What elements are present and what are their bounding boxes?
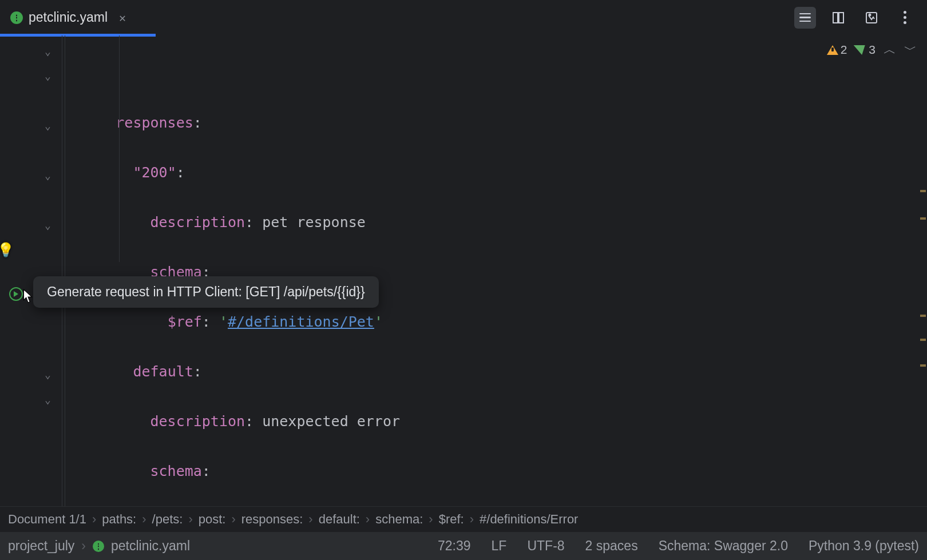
openapi-file-icon: ⋮ — [10, 11, 23, 24]
more-actions-icon[interactable] — [894, 7, 916, 29]
fold-icon[interactable]: ⌄ — [45, 113, 51, 138]
mouse-pointer-icon — [23, 289, 33, 304]
code-editor[interactable]: ⌄ ⌄ ⌄ ⌄ ⌄ 💡 ⌄ ⌄ ⌄ responses: "200": — [0, 35, 927, 506]
sb-interpreter[interactable]: Python 3.9 (pytest) — [809, 538, 919, 554]
intention-bulb-icon[interactable]: 💡 — [0, 238, 14, 263]
breadcrumb-bar[interactable]: Document 1/1› paths:› /pets:› post:› res… — [0, 506, 927, 531]
sb-project[interactable]: project_july — [8, 538, 74, 554]
fold-icon[interactable]: ⌄ — [45, 163, 51, 188]
warning-icon — [827, 45, 838, 55]
svg-rect-2 — [866, 13, 877, 23]
fold-icon[interactable]: ⌄ — [45, 387, 51, 412]
sb-schema[interactable]: Schema: Swagger 2.0 — [659, 538, 788, 554]
crumb[interactable]: Document 1/1 — [8, 512, 86, 527]
sb-indent[interactable]: 2 spaces — [585, 538, 638, 554]
crumb[interactable]: responses: — [241, 512, 303, 527]
warning-count[interactable]: 2 — [827, 43, 847, 57]
sb-caret-position[interactable]: 72:39 — [438, 538, 471, 554]
svg-rect-1 — [839, 13, 843, 23]
crumb[interactable]: #/definitions/Error — [480, 512, 578, 527]
error-stripe[interactable] — [920, 35, 927, 506]
crumb[interactable]: default: — [319, 512, 360, 527]
code-content[interactable]: responses: "200": description: pet respo… — [62, 35, 927, 506]
typo-count[interactable]: 3 — [855, 43, 876, 57]
tab-title: petclinic.yaml — [29, 10, 108, 25]
fold-icon[interactable]: ⌄ — [45, 39, 51, 64]
close-tab-icon[interactable]: ✕ — [119, 11, 126, 25]
fold-icon[interactable]: ⌄ — [45, 213, 51, 238]
next-highlight-icon[interactable]: ﹀ — [904, 41, 917, 58]
http-client-tooltip: Generate request in HTTP Client: [GET] /… — [33, 276, 379, 308]
fold-icon[interactable]: ⌄ — [45, 63, 51, 89]
editor-tab[interactable]: ⋮ petclinic.yaml ✕ — [0, 0, 136, 35]
crumb[interactable]: /pets: — [152, 512, 183, 527]
fold-icon[interactable]: ⌄ — [45, 362, 51, 387]
prev-highlight-icon[interactable]: ︿ — [884, 41, 896, 58]
sb-file[interactable]: petclinic.yaml — [111, 538, 190, 554]
sb-line-separator[interactable]: LF — [492, 538, 507, 554]
preview-icon[interactable] — [861, 7, 882, 29]
sb-encoding[interactable]: UTF-8 — [527, 538, 564, 554]
editor-area: 2 3 ︿ ﹀ ⌄ ⌄ ⌄ ⌄ ⌄ 💡 ⌄ ⌄ ⌄ — [0, 35, 927, 506]
tab-bar: ⋮ petclinic.yaml ✕ — [0, 0, 927, 35]
split-preview-icon[interactable] — [827, 7, 849, 29]
reader-mode-icon[interactable] — [794, 7, 816, 29]
openapi-file-icon: ⋮ — [93, 541, 104, 552]
typo-icon — [854, 45, 868, 55]
crumb[interactable]: schema: — [375, 512, 423, 527]
svg-rect-0 — [833, 13, 838, 23]
crumb[interactable]: paths: — [102, 512, 136, 527]
crumb[interactable]: post: — [199, 512, 226, 527]
status-bar: project_july › ⋮ petclinic.yaml 72:39 LF… — [0, 531, 927, 560]
svg-point-3 — [869, 14, 871, 15]
run-gutter-icon[interactable] — [9, 287, 23, 301]
editor-toolbar — [794, 7, 927, 29]
inspections-widget[interactable]: 2 3 ︿ ﹀ — [827, 41, 917, 58]
gutter[interactable]: ⌄ ⌄ ⌄ ⌄ ⌄ 💡 ⌄ ⌄ ⌄ — [0, 35, 62, 506]
crumb[interactable]: $ref: — [439, 512, 464, 527]
